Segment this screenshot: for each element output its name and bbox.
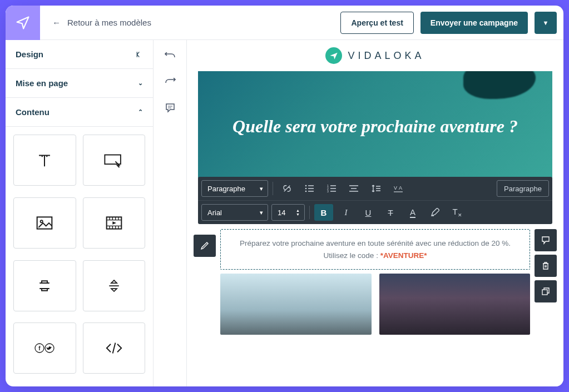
gallery-image-1[interactable] xyxy=(220,274,372,335)
comment-icon xyxy=(541,236,550,245)
block-button[interactable] xyxy=(83,135,146,186)
list-bullet-button[interactable] xyxy=(300,180,319,197)
bold-button[interactable]: B xyxy=(314,204,333,221)
unlink-button[interactable] xyxy=(278,180,296,197)
paragraph-button[interactable]: Paragraphe xyxy=(497,180,549,197)
editable-paragraph[interactable]: Préparez votre prochaine aventure en tou… xyxy=(220,229,530,270)
send-dropdown-button[interactable]: ▼ xyxy=(535,12,557,34)
comment-button[interactable] xyxy=(159,97,181,119)
svg-text:A: A xyxy=(399,185,402,191)
preview-button[interactable]: Aperçu et test xyxy=(340,12,413,34)
text-color-button[interactable]: A xyxy=(403,204,422,221)
block-delete-button[interactable] xyxy=(535,255,557,277)
code-icon xyxy=(104,341,124,355)
unlink-icon xyxy=(282,183,292,193)
block-image[interactable] xyxy=(13,197,76,249)
pencil-icon xyxy=(200,241,209,250)
svg-point-8 xyxy=(305,188,307,190)
svg-rect-0 xyxy=(105,155,121,165)
paragraph-code: *AVENTURE* xyxy=(380,251,427,260)
block-social[interactable]: f xyxy=(13,322,76,374)
back-label: Retour à mes modèles xyxy=(67,18,151,27)
section-layout[interactable]: Mise en page ⌄ xyxy=(6,69,153,98)
comment-icon xyxy=(165,102,176,113)
block-comment-button[interactable] xyxy=(535,229,557,251)
text-icon xyxy=(35,151,54,170)
svg-text:f: f xyxy=(39,345,41,351)
app-header: ← Retour à mes modèles Aperçu et test En… xyxy=(6,6,563,40)
text-editor-toolbar: Paragraphe ▾ 123 xyxy=(198,177,552,224)
italic-icon: I xyxy=(345,208,348,217)
gallery-image-2[interactable] xyxy=(379,274,531,335)
block-html[interactable] xyxy=(83,322,146,374)
list-number-button[interactable]: 123 xyxy=(322,180,341,197)
strike-icon: T xyxy=(388,208,393,217)
section-design[interactable]: Design xyxy=(6,40,153,69)
arrow-left-icon: ← xyxy=(52,18,61,27)
section-layout-label: Mise en page xyxy=(16,78,68,88)
clear-format-icon: T✕ xyxy=(452,207,462,218)
chevron-down-icon: ▼ xyxy=(543,19,549,26)
section-content[interactable]: Contenu ⌃ xyxy=(6,98,153,127)
underline-button[interactable]: U xyxy=(359,204,378,221)
highlight-button[interactable] xyxy=(425,204,444,221)
letter-spacing-icon: VA xyxy=(393,185,404,192)
edit-block-button[interactable] xyxy=(194,235,216,257)
send-campaign-button[interactable]: Envoyer une campagne xyxy=(420,12,528,34)
content-blocks: f xyxy=(6,127,153,386)
tool-rail xyxy=(154,40,187,386)
divider-icon xyxy=(106,277,122,294)
strike-button[interactable]: T xyxy=(381,204,400,221)
pencil-icon xyxy=(431,208,439,217)
align-icon xyxy=(349,185,358,192)
brand-name: VIDALOKA xyxy=(348,50,424,62)
bold-icon: B xyxy=(321,208,327,217)
svg-text:V: V xyxy=(394,185,397,191)
undo-button[interactable] xyxy=(159,46,181,68)
button-icon xyxy=(103,152,125,168)
line-height-button[interactable] xyxy=(367,180,385,197)
chevron-down-icon: ▾ xyxy=(260,185,263,192)
paragraph-line1: Préparez votre prochaine aventure en tou… xyxy=(240,239,511,247)
image-icon xyxy=(36,215,53,231)
send-label: Envoyer une campagne xyxy=(431,18,518,27)
redo-button[interactable] xyxy=(159,71,181,93)
align-button[interactable] xyxy=(344,180,363,197)
undo-icon xyxy=(165,52,176,61)
plane-icon xyxy=(329,51,338,60)
image-gallery xyxy=(220,274,530,335)
paragraph-button-label: Paragraphe xyxy=(504,185,542,193)
block-video[interactable] xyxy=(83,197,146,249)
video-icon xyxy=(105,215,123,231)
brand-logo-icon xyxy=(325,47,342,64)
block-text[interactable] xyxy=(13,135,76,186)
block-duplicate-button[interactable] xyxy=(535,280,557,302)
block-spacer[interactable] xyxy=(13,260,76,311)
hero-title: Quelle sera votre prochaine aventure ? xyxy=(216,115,535,138)
collapse-icon xyxy=(134,50,143,59)
preview-label: Aperçu et test xyxy=(351,18,403,27)
font-size-input[interactable]: 14 ▲▼ xyxy=(271,204,305,221)
font-label: Arial xyxy=(207,209,222,217)
chevron-up-icon: ⌃ xyxy=(138,108,143,116)
clear-format-button[interactable]: T✕ xyxy=(448,204,467,221)
send-icon xyxy=(15,15,31,31)
chevron-down-icon: ▾ xyxy=(260,209,263,216)
back-link[interactable]: ← Retour à mes modèles xyxy=(40,18,164,27)
section-design-label: Design xyxy=(16,49,43,59)
app-logo xyxy=(6,6,40,40)
font-dropdown[interactable]: Arial ▾ xyxy=(201,204,268,221)
email-brand: VIDALOKA xyxy=(187,40,563,71)
sidebar: Design Mise en page ⌄ Contenu ⌃ xyxy=(6,40,154,386)
svg-point-9 xyxy=(305,191,307,192)
list-icon xyxy=(305,185,314,192)
stepper-icon: ▲▼ xyxy=(296,209,300,216)
svg-point-2 xyxy=(41,220,43,222)
hero-block[interactable]: Quelle sera votre prochaine aventure ? xyxy=(198,71,552,182)
letter-spacing-button[interactable]: VA xyxy=(389,180,408,197)
italic-button[interactable]: I xyxy=(337,204,355,221)
block-divider[interactable] xyxy=(83,260,146,311)
social-icon: f xyxy=(33,342,56,354)
style-dropdown[interactable]: Paragraphe ▾ xyxy=(201,180,268,197)
svg-rect-15 xyxy=(542,290,547,295)
